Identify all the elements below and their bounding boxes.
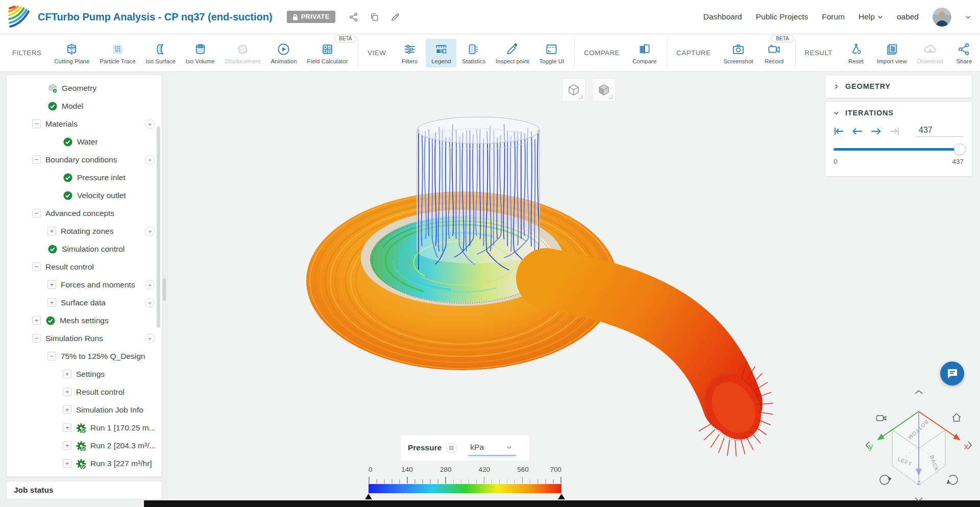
next-iteration-button[interactable] <box>870 127 881 136</box>
roll-ccw-button[interactable] <box>878 473 891 486</box>
collapse-toggle[interactable]: − <box>47 352 56 360</box>
toolbar-item-statistics[interactable]: Statistics <box>457 39 490 67</box>
view-cube[interactable]: BOTTOM LEFT BACK y x z <box>864 387 974 504</box>
tree-item-velocity-outlet[interactable]: Velocity outlet <box>7 186 162 204</box>
last-iteration-button[interactable] <box>889 127 900 136</box>
add-item-button[interactable]: + <box>145 226 155 236</box>
collapse-toggle[interactable]: − <box>32 155 41 164</box>
roll-cw-button[interactable] <box>946 473 960 486</box>
edit-title-icon[interactable] <box>390 12 400 22</box>
share-project-icon[interactable] <box>349 12 358 22</box>
account-chevron-icon[interactable] <box>965 14 971 20</box>
nav-public-projects[interactable]: Public Projects <box>756 12 808 21</box>
job-status-panel[interactable]: Job status <box>6 481 162 499</box>
expand-toggle[interactable]: + <box>63 405 71 414</box>
unit-dropdown[interactable]: kPa <box>470 443 512 453</box>
solid-view-button[interactable] <box>592 78 616 102</box>
colorbar-min-handle[interactable] <box>365 494 372 499</box>
iterations-section-header[interactable]: ITERATIONS <box>834 109 964 117</box>
geometry-section[interactable]: GEOMETRY <box>825 75 972 98</box>
camera-mode-button[interactable] <box>876 414 887 423</box>
collapse-toggle[interactable]: − <box>32 262 41 271</box>
toolbar-item-iso-volume[interactable]: Iso Volume <box>181 39 219 67</box>
expand-toggle[interactable]: + <box>63 459 71 468</box>
add-item-button[interactable]: + <box>145 119 155 129</box>
tilt-down-button[interactable] <box>914 496 924 502</box>
tree-item-boundary-conditions[interactable]: −Boundary conditions+ <box>7 151 162 168</box>
toolbar-item-import-view[interactable]: Import view <box>872 39 912 67</box>
support-chat-button[interactable] <box>940 361 964 385</box>
rotate-left-button[interactable] <box>865 440 871 450</box>
tree-item-simulation-job-info[interactable]: +Simulation Job Info <box>7 401 162 419</box>
tree-scrollbar[interactable] <box>157 126 160 328</box>
toolbar-item-record[interactable]: RecordBETA <box>759 39 790 67</box>
toolbar-item-download[interactable]: Download <box>913 39 948 67</box>
tree-item-materials[interactable]: −Materials+ <box>7 115 162 133</box>
pump-visualization[interactable] <box>194 82 806 490</box>
tree-item-simulation-runs[interactable]: −Simulation Runs+ <box>7 329 162 347</box>
tree-item-simulation-control[interactable]: Simulation control <box>7 240 162 258</box>
tree-item-run-2-204-3-m-[interactable]: +Run 2 [204.3 m³/... <box>7 437 162 454</box>
expand-toggle[interactable]: + <box>63 441 71 450</box>
toolbar-item-field-calculator[interactable]: Field CalculatorBETA <box>303 39 353 67</box>
tilt-up-button[interactable] <box>914 389 924 395</box>
iteration-slider-thumb[interactable] <box>954 143 966 155</box>
toolbar-item-share[interactable]: Share <box>949 39 979 67</box>
tree-item-mesh-settings[interactable]: +Mesh settings <box>7 311 162 329</box>
iteration-value-input[interactable]: 437 <box>917 126 964 137</box>
expand-toggle[interactable]: + <box>63 423 71 432</box>
toolbar-item-compare[interactable]: Compare <box>628 39 661 67</box>
expand-toggle[interactable]: + <box>63 388 71 396</box>
colorbar-max-handle[interactable] <box>558 494 565 499</box>
tree-item-75-to-125-q-design[interactable]: −75% to 125% Q_Design <box>7 347 162 365</box>
help-menu[interactable]: Help <box>859 12 883 21</box>
add-item-button[interactable]: + <box>145 333 155 343</box>
legend-colorbar[interactable]: 0140280420560700 <box>369 466 561 500</box>
toolbar-item-displacement[interactable]: Displacement <box>220 39 265 67</box>
add-item-button[interactable]: + <box>145 280 155 289</box>
previous-iteration-button[interactable] <box>852 127 863 136</box>
expand-toggle[interactable]: + <box>47 227 56 235</box>
toolbar-item-legend[interactable]: Legend <box>426 39 456 67</box>
tree-item-geometry[interactable]: Geometry <box>7 79 162 97</box>
collapse-toggle[interactable]: − <box>32 209 41 218</box>
iteration-slider[interactable] <box>834 148 964 151</box>
nav-dashboard[interactable]: Dashboard <box>703 12 742 21</box>
home-view-button[interactable] <box>951 413 962 422</box>
nav-forum[interactable]: Forum <box>822 12 845 21</box>
tree-item-run-3-227-m-hr-[interactable]: +Run 3 [227 m³/hr] <box>7 454 162 472</box>
toolbar-item-filters[interactable]: Filters <box>394 39 425 67</box>
toolbar-item-animation[interactable]: Animation <box>266 39 301 67</box>
toolbar-item-reset[interactable]: Reset <box>841 39 871 67</box>
tree-item-advanced-concepts[interactable]: −Advanced concepts <box>7 204 162 222</box>
rotate-right-button[interactable] <box>967 440 973 450</box>
toolbar-item-screenshot[interactable]: Screenshot <box>719 39 757 67</box>
expand-toggle[interactable]: + <box>63 370 71 378</box>
toolbar-item-cutting-plane[interactable]: Cutting Plane <box>50 39 94 67</box>
tree-item-rotating-zones[interactable]: +Rotating zones+ <box>7 222 162 240</box>
toolbar-item-inspect-point[interactable]: Inspect point <box>491 39 533 67</box>
username-label[interactable]: oabed <box>897 12 919 21</box>
tree-item-result-control[interactable]: +Result control <box>7 383 162 401</box>
tree-item-model[interactable]: Model <box>7 97 162 115</box>
avatar[interactable] <box>933 8 951 27</box>
tree-item-settings[interactable]: +Settings <box>7 365 162 383</box>
add-item-button[interactable]: + <box>145 298 155 307</box>
panel-resize-handle[interactable] <box>163 278 166 301</box>
tree-item-water[interactable]: Water <box>7 133 162 151</box>
tree-item-result-control[interactable]: −Result control <box>7 258 162 276</box>
app-logo-icon[interactable] <box>7 5 31 29</box>
wireframe-view-button[interactable] <box>562 78 585 102</box>
expand-toggle[interactable]: + <box>32 316 41 325</box>
toolbar-item-particle-trace[interactable]: Particle Trace <box>95 39 140 67</box>
tree-item-run-1-170-25-m-[interactable]: +Run 1 [170.25 m... <box>7 419 162 437</box>
collapse-toggle[interactable]: − <box>32 119 41 128</box>
toolbar-item-iso-surface[interactable]: Iso Surface <box>141 39 180 67</box>
add-item-button[interactable]: + <box>145 155 155 164</box>
tree-item-forces-and-moments[interactable]: +Forces and moments+ <box>7 276 162 294</box>
collapse-toggle[interactable]: − <box>32 334 41 343</box>
legend-menu-button[interactable] <box>446 443 457 453</box>
copy-project-icon[interactable] <box>370 12 379 22</box>
expand-toggle[interactable]: + <box>47 280 56 289</box>
tree-item-pressure-inlet[interactable]: Pressure inlet <box>7 168 162 186</box>
